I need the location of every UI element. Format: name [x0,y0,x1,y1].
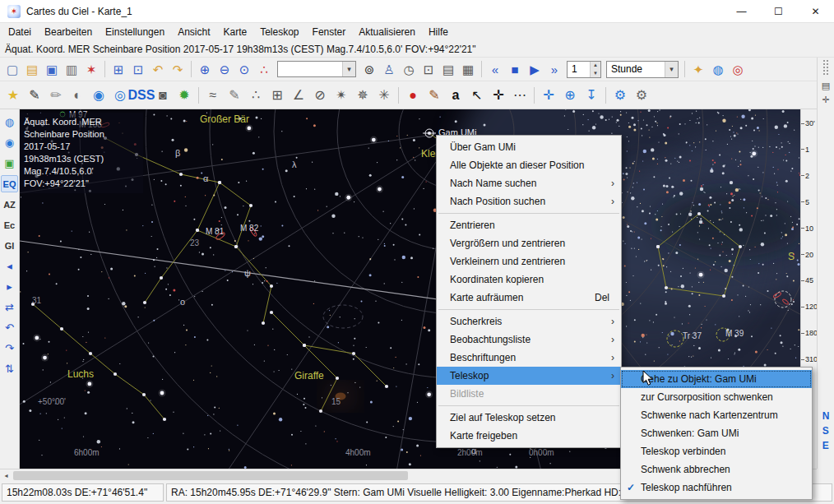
time-forward-icon[interactable]: » [544,59,564,79]
menu-item[interactable]: ✓Teleskop nachführen [621,479,812,497]
time-unit-select[interactable]: Stunde ▾ [606,61,679,78]
dock-center-icon[interactable]: ✛ [819,93,833,107]
menu-item[interactable]: Karte freigeben [437,427,621,445]
date-time-icon[interactable]: ◷ [399,59,419,79]
menu-item[interactable]: Teleskop verbinden [621,442,812,460]
menu-item[interactable]: Verkleinern und zentrieren [437,252,621,270]
constellation-lines-icon[interactable]: ≈ [202,84,224,106]
pan-east-icon[interactable]: ▸ [1,278,18,295]
combo-dropdown-icon[interactable]: ▾ [342,62,355,76]
flip-vertical-icon[interactable]: ⇅ [1,360,18,377]
no-grid-icon[interactable]: ⊘ [309,84,331,106]
time-stop-icon[interactable]: ■ [505,59,525,79]
camera-icon[interactable]: ◙ [152,84,174,106]
field-3-icon[interactable]: ▣ [1,155,18,172]
menu-item[interactable]: Beschriftungen› [437,349,621,367]
copy-chart-icon[interactable]: ⊞ [109,59,128,79]
maximize-button[interactable]: ☐ [760,0,797,22]
menu-item[interactable]: Alle Objekte an dieser Position [437,156,621,174]
star-display-icon[interactable]: ★ [2,84,24,106]
fov-scale-value[interactable]: 2 [801,172,818,180]
center-field-icon[interactable]: ⊕ [559,84,581,106]
grid-angle-icon[interactable]: ∠ [288,84,309,106]
menubar-item-ansicht[interactable]: Ansicht [171,24,216,40]
dock-panel-icon[interactable]: ▤ [819,79,833,93]
coord-eq-button[interactable]: EQ [1,175,18,192]
constellation-bounds-icon[interactable]: ∴ [245,84,266,106]
observer-icon[interactable]: ♙ [379,59,399,79]
marks-icon[interactable]: ✳ [373,84,395,106]
scroll-left-icon[interactable]: ◂ [0,470,12,481]
text-label-icon[interactable]: a [445,84,466,106]
spin-down-icon[interactable]: ▼ [591,69,600,77]
menu-item[interactable]: Schwenken: Gam UMi [621,424,812,442]
menu-item[interactable]: zur Cursorposition schwenken [621,388,812,406]
deepsky-on-icon[interactable]: ◉ [88,84,109,106]
rotate-cw-icon[interactable]: ↷ [1,340,18,357]
chart-list-icon[interactable]: ▤ [438,59,458,79]
save-chart-icon[interactable]: ▣ [42,59,62,79]
star-limit-icon[interactable]: ∴ [254,59,274,79]
field-1-icon[interactable]: ◍ [1,113,18,131]
red-dot-icon[interactable]: ● [402,84,424,106]
menubar-item-karte[interactable]: Karte [216,24,253,40]
menu-item[interactable]: Karte aufräumenDel [437,289,621,307]
new-chart-icon[interactable]: ▢ [2,59,22,79]
label-clear-icon[interactable]: ✏ [45,84,67,106]
close-button[interactable]: ✕ [797,0,834,22]
menubar-item-aktualisieren[interactable]: Aktualisieren [352,24,422,40]
rotate-ccw-icon[interactable]: ↶ [1,319,18,336]
menu-item[interactable]: Ziel auf Teleskop setzen [437,409,621,427]
new-window-icon[interactable]: ⊡ [128,59,148,79]
sync-position-icon[interactable]: ↧ [581,84,602,106]
config-icon[interactable]: ✶ [81,59,101,79]
menubar-item-einstellungen[interactable]: Einstellungen [99,24,171,40]
open-chart-icon[interactable]: ▤ [22,59,42,79]
mirror-vertical-icon[interactable]: ✵ [352,84,373,106]
coord-ec-button[interactable]: Ec [1,216,18,234]
spinner-arrows[interactable]: ▲▼ [590,62,600,77]
search-object-icon[interactable]: ⊚ [359,59,379,79]
zoom-out-icon[interactable]: ⊖ [215,59,234,79]
menubar-item-datei[interactable]: Datei [2,24,38,40]
distance-measure-icon[interactable]: ✛ [488,84,509,106]
dropdown-arrow-icon[interactable]: ▾ [665,62,678,77]
mirror-horizontal-icon[interactable]: ✴ [331,84,352,106]
menubar-item-teleskop[interactable]: Teleskop [253,24,305,40]
fov-scale-value[interactable]: 30' [801,119,818,127]
pan-move-icon[interactable]: ✛ [538,84,559,106]
time-step-spinner[interactable]: 1 ▲▼ [567,61,601,78]
night-mode-icon[interactable]: ◐ [67,84,88,106]
menu-item[interactable]: Bildliste [437,385,621,403]
label-edit-icon[interactable]: ✎ [24,84,45,106]
fov-scale-value[interactable]: 180 [801,329,818,337]
print-icon[interactable]: ▥ [62,59,81,79]
fov-scale-value[interactable]: 310 [801,355,818,363]
spin-up-icon[interactable]: ▲ [591,62,600,70]
menu-item[interactable]: Beobachtungsliste› [437,331,621,349]
swap-view-icon[interactable]: ⇄ [1,298,18,316]
menu-item[interactable]: Nach Position suchen› [437,192,621,210]
dss-image-icon[interactable]: DSS [131,84,152,106]
coord-az-button[interactable]: AZ [1,196,18,213]
menu-item[interactable]: Vergrößern und zentrieren [437,234,621,252]
scrollbar-thumb[interactable] [13,471,408,480]
minimize-button[interactable]: — [723,0,760,22]
menu-item[interactable]: Koordinaten kopieren [437,270,621,289]
cardinal-north-button[interactable]: N [822,410,830,422]
menubar-item-fenster[interactable]: Fenster [306,24,353,40]
constellation-draw-icon[interactable]: ✎ [224,84,245,106]
annotate-pencil-icon[interactable]: ✎ [424,84,445,106]
target-center-icon[interactable]: ◎ [728,59,748,79]
fov-scale-value[interactable]: 5 [801,198,818,206]
field-2-icon[interactable]: ◉ [1,134,18,151]
menu-item[interactable]: Nach Name suchen› [437,174,621,192]
menubar-item-bearbeiten[interactable]: Bearbeiten [38,24,99,40]
time-play-icon[interactable]: ▶ [525,59,544,79]
cardinal-south-button[interactable]: S [822,425,830,437]
time-backward-icon[interactable]: « [485,59,505,79]
zoom-default-icon[interactable]: ⊙ [234,59,254,79]
quick-launch-icon[interactable]: ✦ [688,59,708,79]
menu-item[interactable]: Zentrieren [437,216,621,234]
fov-scale-value[interactable]: 1 [801,146,818,154]
